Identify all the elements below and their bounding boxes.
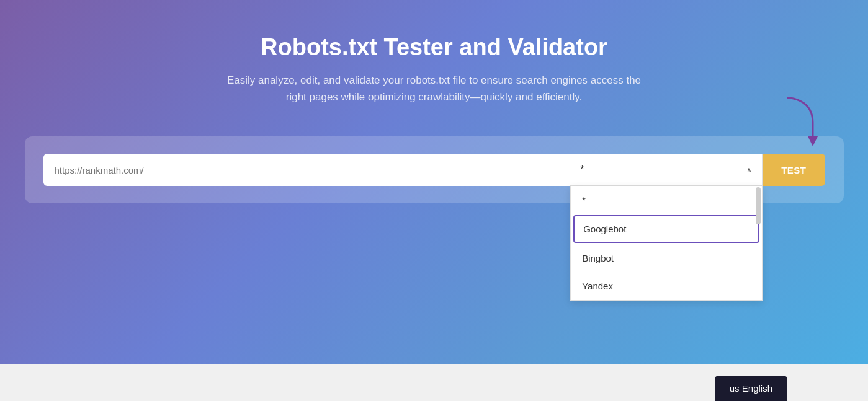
dropdown-menu: * Googlebot Bingbot Yandex [570, 186, 763, 301]
scrollbar[interactable] [756, 187, 761, 224]
arrow-indicator [782, 92, 819, 149]
page-subtitle: Easily analyze, edit, and validate your … [217, 72, 651, 105]
chevron-up-icon: ∧ [746, 165, 752, 174]
dropdown-item-bingbot[interactable]: Bingbot [571, 244, 762, 272]
language-badge[interactable]: us English [715, 376, 787, 401]
bot-select-wrapper: * ∧ * Googlebot Bingbot Yandex [570, 154, 763, 186]
dropdown-item-yandex[interactable]: Yandex [571, 272, 762, 300]
page-title: Robots.txt Tester and Validator [261, 34, 607, 61]
test-button-label: TEST [781, 165, 806, 175]
dropdown-scroll-area: * Googlebot Bingbot Yandex [571, 186, 762, 300]
url-input[interactable] [43, 154, 571, 186]
svg-marker-0 [808, 136, 818, 146]
language-label: us English [730, 383, 772, 394]
tool-container: * ∧ * Googlebot Bingbot Yandex [25, 136, 844, 203]
bot-select-display[interactable]: * ∧ [570, 154, 763, 186]
dropdown-item-googlebot[interactable]: Googlebot [573, 215, 759, 243]
content-wrapper: Robots.txt Tester and Validator Easily a… [0, 0, 868, 203]
dropdown-item-all[interactable]: * [571, 186, 762, 214]
arrow-down-icon [782, 92, 819, 148]
test-button[interactable]: TEST [763, 154, 825, 186]
selected-bot-label: * [580, 164, 584, 175]
